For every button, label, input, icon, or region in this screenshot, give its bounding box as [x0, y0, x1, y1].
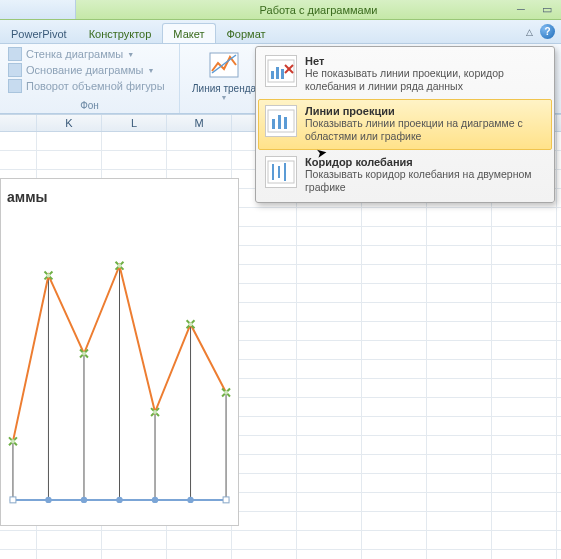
option-none-title: Нет	[305, 55, 545, 67]
svg-point-52	[189, 322, 193, 326]
svg-point-40	[46, 273, 50, 277]
none-icon	[265, 55, 297, 87]
column-header-k[interactable]: K	[37, 115, 102, 131]
lines-dropdown-menu: Нет Не показывать линии проекции, коридо…	[255, 46, 555, 203]
tab-layout[interactable]: Макет	[162, 23, 215, 43]
tab-designer[interactable]: Конструктор	[78, 23, 163, 43]
option-hilo-title: Коридор колебания	[305, 156, 545, 168]
column-header-l[interactable]: L	[102, 115, 167, 131]
chart-title[interactable]: аммы	[1, 179, 238, 205]
svg-rect-56	[10, 497, 16, 503]
chevron-down-icon: ▼	[127, 51, 134, 58]
svg-rect-8	[276, 67, 279, 79]
tab-powerpivot[interactable]: PowerPivot	[0, 23, 78, 43]
option-projection-desc: Показывать линии проекции на диаграмме с…	[305, 117, 545, 143]
svg-point-28	[116, 497, 122, 503]
svg-point-24	[45, 497, 51, 503]
contextual-tab-title: Работа с диаграммами	[76, 0, 561, 19]
option-hilo-desc: Показывать коридор колебания на двумерно…	[305, 168, 545, 194]
projection-icon	[265, 105, 297, 137]
rotation-button[interactable]: Поворот объемной фигуры	[6, 78, 173, 94]
embedded-chart[interactable]: аммы	[0, 178, 239, 526]
option-none-desc: Не показывать линии проекции, коридор ко…	[305, 67, 545, 93]
svg-point-32	[187, 497, 193, 503]
wall-icon	[8, 47, 22, 61]
svg-point-26	[81, 497, 87, 503]
trendline-icon	[208, 49, 240, 81]
option-projection-title: Линии проекции	[305, 105, 545, 117]
svg-rect-16	[268, 161, 294, 183]
trendline-button[interactable]: Линия тренда ▼	[186, 46, 262, 101]
chevron-down-icon: ▼	[147, 67, 154, 74]
mouse-cursor-icon: ➤	[315, 144, 328, 161]
trendline-label: Линия тренда	[192, 83, 256, 94]
rotation-icon	[8, 79, 22, 93]
ribbon-minimize-icon[interactable]: △	[526, 27, 533, 37]
lines-option-none[interactable]: Нет Не показывать линии проекции, коридо…	[258, 49, 552, 99]
chart-wall-label: Стенка диаграммы	[26, 48, 123, 60]
rotation-label: Поворот объемной фигуры	[26, 80, 165, 92]
chart-wall-button[interactable]: Стенка диаграммы ▼	[6, 46, 173, 62]
svg-point-43	[82, 352, 86, 356]
help-icon[interactable]: ?	[540, 24, 555, 39]
svg-rect-14	[278, 115, 281, 129]
column-header-m[interactable]: M	[167, 115, 232, 131]
lines-option-hilo[interactable]: Коридор колебания Показывать коридор кол…	[258, 150, 552, 200]
hilo-icon	[265, 156, 297, 188]
group-label-background: Фон	[6, 100, 173, 113]
svg-rect-9	[281, 69, 284, 79]
chevron-down-icon: ▼	[221, 94, 228, 101]
svg-point-30	[152, 497, 158, 503]
svg-point-55	[224, 391, 228, 395]
chart-floor-label: Основание диаграммы	[26, 64, 143, 76]
window-restore-icon[interactable]: ▭	[539, 2, 555, 16]
svg-rect-15	[284, 117, 287, 129]
chart-floor-button[interactable]: Основание диаграммы ▼	[6, 62, 173, 78]
chart-plot-area[interactable]	[7, 235, 232, 515]
lines-option-projection[interactable]: Линии проекции Показывать линии проекции…	[258, 99, 552, 149]
svg-rect-13	[272, 119, 275, 129]
svg-point-46	[118, 264, 122, 268]
floor-icon	[8, 63, 22, 77]
svg-rect-57	[223, 497, 229, 503]
svg-rect-7	[271, 71, 274, 79]
svg-point-37	[11, 439, 15, 443]
svg-point-49	[153, 410, 157, 414]
window-minimize-icon[interactable]: ─	[513, 2, 529, 16]
tab-format[interactable]: Формат	[216, 23, 277, 43]
